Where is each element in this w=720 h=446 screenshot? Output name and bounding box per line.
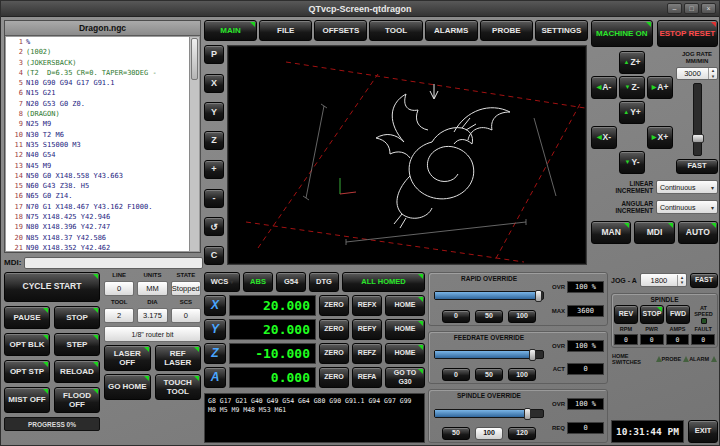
jog-a-fast-button[interactable]: FAST (690, 273, 718, 288)
axis-select-button[interactable]: Z (204, 343, 226, 364)
estop-reset-button[interactable]: ESTOP RESET (657, 20, 719, 47)
axis-select-button[interactable]: A (204, 367, 226, 388)
feedrate-preset-50-button[interactable]: 50 (475, 368, 503, 381)
gcode-scrollbar[interactable] (189, 37, 199, 251)
maximize-icon[interactable]: □ (684, 3, 699, 14)
flood-button[interactable]: FLOOD OFF (54, 387, 100, 413)
axis-select-button[interactable]: X (204, 295, 226, 316)
tab-alarms[interactable]: ALARMS (425, 20, 478, 41)
axis-zero-button[interactable]: ZERO (319, 319, 349, 340)
cycle-start-button[interactable]: CYCLE START (4, 272, 100, 302)
axis-ref-button[interactable]: REFZ (352, 343, 382, 364)
axis-ref-button[interactable]: REFY (352, 319, 382, 340)
spindle-override-slider[interactable] (434, 409, 544, 418)
rapid-preset-100-button[interactable]: 100 (508, 310, 536, 323)
clear-view-button[interactable]: C (204, 246, 224, 265)
axis-ref-button[interactable]: REFX (352, 295, 382, 316)
go-home-button[interactable]: GO HOME (104, 374, 151, 400)
laser-button[interactable]: LASER OFF (104, 345, 151, 371)
view-y-button[interactable]: Y (204, 102, 224, 121)
spindle-fwd-button[interactable]: FWD (666, 305, 690, 324)
exit-button[interactable]: EXIT (688, 420, 718, 443)
tab-file[interactable]: FILE (259, 20, 312, 41)
rapid-override-slider[interactable] (434, 291, 544, 300)
zoom-in-button[interactable]: + (204, 160, 224, 179)
axis-zero-button[interactable]: ZERO (319, 367, 349, 388)
mdi-input[interactable] (24, 257, 203, 269)
tab-tool[interactable]: TOOL (369, 20, 422, 41)
slider-handle[interactable] (529, 349, 536, 361)
gcode-3d-preview[interactable] (227, 45, 587, 265)
jog-x-minus-button[interactable]: ◀X- (591, 126, 617, 149)
g54-button[interactable]: G54 (276, 272, 306, 292)
zoom-out-button[interactable]: - (204, 189, 224, 208)
axis-ref-button[interactable]: REFA (352, 367, 382, 388)
spindle-preset-100-button[interactable]: 100 (475, 427, 503, 440)
axis-home-button[interactable]: HOME (385, 319, 425, 340)
view-z-button[interactable]: Z (204, 131, 224, 150)
slider-handle[interactable] (535, 290, 542, 302)
feedrate-preset-0-button[interactable]: 0 (442, 368, 470, 381)
reload-button[interactable]: RELOAD (54, 360, 100, 383)
mode-man-button[interactable]: MAN (591, 221, 631, 244)
jog-x-plus-button[interactable]: ▶X+ (647, 126, 673, 149)
view-perspective-button[interactable]: P (204, 45, 224, 64)
angular-increment-select[interactable]: Continuous ▾ (656, 200, 718, 214)
jog-a-plus-button[interactable]: ▶A+ (647, 76, 673, 99)
jog-z-plus-button[interactable]: ▲Z+ (619, 51, 645, 74)
feedrate-preset-100-button[interactable]: 100 (508, 368, 536, 381)
jog-a-minus-button[interactable]: ◀A- (591, 76, 617, 99)
jog-a-spinbox[interactable]: 1800 ▴ ▾ (640, 273, 687, 287)
slider-handle[interactable] (692, 134, 704, 143)
jog-speed-slider[interactable] (693, 83, 702, 156)
machine-on-button[interactable]: MACHINE ON (591, 20, 653, 47)
step-button[interactable]: STEP (54, 333, 100, 356)
all-homed-button[interactable]: ALL HOMED (342, 272, 425, 292)
axis-home-button[interactable]: GO TO G30 (385, 367, 425, 388)
mist-button[interactable]: MIST OFF (4, 387, 50, 413)
minimize-icon[interactable]: – (667, 3, 682, 14)
ref-laser-button[interactable]: REF LASER (155, 345, 202, 371)
rapid-preset-50-button[interactable]: 50 (475, 310, 503, 323)
tab-probe[interactable]: PROBE (480, 20, 533, 41)
view-x-button[interactable]: X (204, 74, 224, 93)
jog-z-minus-button[interactable]: ▼Z- (619, 76, 645, 99)
spindle-rev-button[interactable]: REV (614, 305, 638, 324)
rapid-preset-0-button[interactable]: 0 (442, 310, 470, 323)
slider-handle[interactable] (524, 408, 531, 420)
stop-button[interactable]: STOP (54, 306, 100, 329)
jog-y-minus-button[interactable]: ▼Y- (619, 151, 645, 174)
pause-button[interactable]: PAUSE (4, 306, 50, 329)
optional-block-button[interactable]: OPT BLK (4, 333, 50, 356)
jog-y-plus-button[interactable]: ▲Y+ (619, 101, 645, 124)
spindle-stop-button[interactable]: STOP (640, 305, 664, 324)
optional-stop-button[interactable]: OPT STP (4, 360, 50, 383)
linear-increment-select[interactable]: Continuous ▾ (656, 180, 718, 194)
touch-tool-button[interactable]: TOUCH TOOL (155, 374, 202, 400)
dtg-button[interactable]: DTG (309, 272, 339, 292)
tab-offsets[interactable]: OFFSETS (314, 20, 367, 41)
tab-settings[interactable]: SETTINGS (535, 20, 588, 41)
axis-zero-button[interactable]: ZERO (319, 295, 349, 316)
mode-auto-button[interactable]: AUTO (678, 221, 718, 244)
wcs-dropdown[interactable]: WCS ▾ (204, 272, 240, 292)
rotate-view-button[interactable]: ↺ (204, 217, 224, 236)
titlebar[interactable]: QTvcp-Screen-qtdragon – □ × (1, 1, 719, 17)
axis-zero-button[interactable]: ZERO (319, 343, 349, 364)
spin-down-icon[interactable]: ▾ (709, 74, 717, 80)
spindle-preset-50-button[interactable]: 50 (442, 427, 470, 440)
abs-button[interactable]: ABS (243, 272, 273, 292)
close-icon[interactable]: × (701, 3, 716, 14)
tab-main[interactable]: MAIN (204, 20, 257, 41)
spindle-preset-120-button[interactable]: 120 (508, 427, 536, 440)
axis-select-button[interactable]: Y (204, 319, 226, 340)
axis-home-button[interactable]: HOME (385, 343, 425, 364)
gcode-text-area[interactable]: 1 % 2 (1002) 3 (JOKERSBACK) 4 (T2 D=6.35… (6, 37, 189, 251)
jog-rate-spinbox[interactable]: 3000 ▴ ▾ (676, 67, 718, 80)
feedrate-override-slider[interactable] (434, 350, 544, 359)
jog-fast-button[interactable]: FAST (676, 159, 718, 174)
scrollbar-thumb[interactable] (191, 38, 198, 80)
spin-down-icon[interactable]: ▾ (678, 280, 686, 286)
mode-mdi-button[interactable]: MDI (634, 221, 674, 244)
axis-home-button[interactable]: HOME (385, 295, 425, 316)
